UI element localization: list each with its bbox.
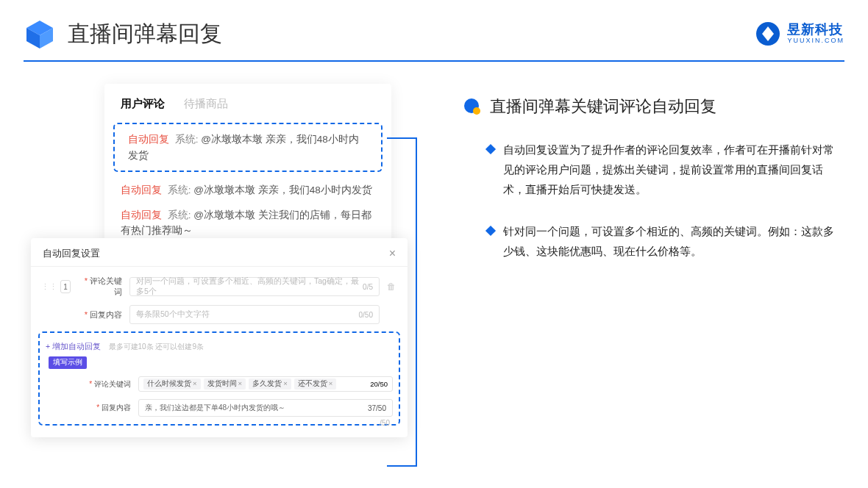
ex-label-keyword: 评论关键词 (87, 379, 131, 390)
system-tag: 系统: (175, 134, 199, 145)
chip[interactable]: 还不发货× (294, 378, 337, 390)
brand-name-en: YUUXIN.COM (787, 37, 844, 45)
ex-content-field[interactable]: 亲，我们这边都是下单48小时内发货的哦～ 37/50 (138, 399, 393, 417)
ex-keyword-chips[interactable]: 什么时候发货× 发货时间× 多久发货× 还不发货× 20/50 (138, 376, 393, 392)
section-heading: 直播间弹幕关键词评论自动回复 (490, 96, 716, 118)
diamond-icon (485, 144, 496, 154)
comments-panel: 用户评论 待播商品 自动回复 系统: @冰墩墩本墩 亲亲，我们48小时内发货 自… (104, 84, 391, 254)
drag-handle-icon[interactable]: ⋮⋮ (41, 282, 57, 292)
bullet-item: 针对同一个问题，可设置多个相近的、高频的关键词。例如：这款多少钱、这块能优惠吗、… (487, 221, 837, 261)
chip[interactable]: 多久发货× (249, 378, 291, 390)
page-title: 直播间弹幕回复 (68, 19, 755, 49)
comment-row: 自动回复 系统: @冰墩墩本墩 亲亲，我们48小时内发货 (104, 178, 391, 203)
label-content: 回复内容 (78, 309, 122, 320)
add-auto-reply-link[interactable]: + 增加自动回复 (46, 342, 101, 351)
settings-title: 自动回复设置 (43, 247, 100, 260)
example-badge: 填写示例 (49, 356, 87, 369)
chip[interactable]: 发货时间× (204, 378, 246, 390)
cube-icon (24, 18, 56, 50)
brand: 昱新科技 YUUXIN.COM (755, 21, 844, 47)
brand-logo-icon (755, 21, 781, 47)
bullet-text: 针对同一个问题，可设置多个相近的、高频的关键词。例如：这款多少钱、这块能优惠吗、… (503, 221, 837, 261)
brand-name-cn: 昱新科技 (787, 23, 844, 37)
chip[interactable]: 什么时候发货× (143, 378, 201, 390)
tab-user-comments[interactable]: 用户评论 (121, 97, 165, 111)
example-block: + 增加自动回复 最多可建10条 还可以创建9条 填写示例 评论关键词 什么时候… (38, 331, 400, 426)
add-note: 最多可建10条 还可以创建9条 (109, 342, 204, 351)
highlighted-comment: 自动回复 系统: @冰墩墩本墩 亲亲，我们48小时内发货 (113, 123, 383, 172)
close-icon[interactable]: × (389, 247, 396, 260)
svg-point-5 (473, 107, 480, 115)
auto-reply-settings-panel: 自动回复设置 × ⋮⋮ 1 评论关键词 对同一个问题，可设置多个相近、高频的关键… (31, 238, 408, 437)
ex-label-content: 回复内容 (87, 403, 131, 413)
content-input[interactable]: 每条限50个中文字符 0/50 (129, 305, 380, 324)
diamond-icon (485, 226, 496, 236)
bullet-item: 自动回复设置为了提升作者的评论回复效率，作者可在开播前针对常见的评论用户问题，提… (487, 140, 837, 199)
floating-count: /50 (380, 419, 390, 427)
label-keyword: 评论关键词 (78, 276, 122, 298)
order-number: 1 (60, 280, 71, 293)
comment-row: 自动回复 系统: @冰墩墩本墩 关注我们的店铺，每日都有热门推荐呦～ (104, 203, 391, 243)
keyword-input[interactable]: 对同一个问题，可设置多个相近、高频的关键词，Tag确定，最多5个 0/5 (129, 277, 380, 296)
delete-icon[interactable]: 🗑 (387, 281, 397, 292)
section-bullet-icon (463, 98, 481, 115)
auto-reply-tag: 自动回复 (128, 134, 169, 145)
bullet-text: 自动回复设置为了提升作者的评论回复效率，作者可在开播前针对常见的评论用户问题，提… (503, 140, 837, 199)
tab-pending-products[interactable]: 待播商品 (184, 97, 228, 111)
